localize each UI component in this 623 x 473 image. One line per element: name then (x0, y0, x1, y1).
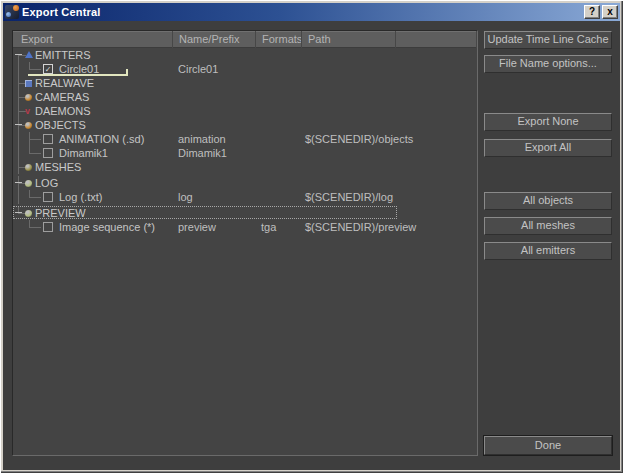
done-button[interactable]: Done (484, 436, 612, 455)
tree-row-objects[interactable]: OBJECTS (13, 118, 477, 132)
tree-section-label: OBJECTS (35, 119, 86, 131)
column-header-path[interactable]: Path (302, 31, 396, 48)
path-cell: $(SCENEDIR)/objects (305, 133, 413, 145)
tree-item-label: Dimamik1 (59, 147, 108, 159)
all-meshes-button[interactable]: All meshes (484, 217, 612, 235)
export-checkbox[interactable] (43, 148, 53, 158)
tree-line (18, 62, 19, 76)
tree-section-label: DAEMONS (35, 105, 91, 117)
app-icon (5, 5, 19, 19)
tree-line (30, 139, 41, 140)
emitters-icon (25, 51, 33, 58)
name-prefix-cell: animation (178, 133, 226, 145)
log-icon (25, 180, 32, 187)
tree-section-label: LOG (35, 177, 58, 189)
tree-item-label: Image sequence (*) (59, 221, 155, 233)
path-cell: $(SCENEDIR)/log (305, 191, 393, 203)
tree-line (30, 197, 41, 198)
file-name-options-button[interactable]: File Name options... (484, 55, 612, 73)
tree-row-preview[interactable]: PREVIEW (13, 206, 477, 220)
close-button[interactable]: x (602, 5, 618, 19)
tree-row-daemons[interactable]: vDAEMONS (13, 104, 477, 118)
name-prefix-cell: Dimamik1 (178, 147, 227, 159)
tree-row-realwave[interactable]: REALWAVE (13, 76, 477, 90)
cameras-icon (25, 94, 32, 101)
tree-line (18, 190, 19, 204)
tree-line (18, 55, 19, 62)
collapse-toggle-icon[interactable] (15, 182, 22, 183)
tree-column-header: ExportName/PrefixFormatsPath (13, 31, 477, 48)
all-emitters-button[interactable]: All emitters (484, 242, 612, 260)
tree-row-circle01[interactable]: ✓Circle01Circle01 (13, 62, 477, 76)
export-checkbox[interactable] (43, 222, 53, 232)
all-objects-button[interactable]: All objects (484, 192, 612, 210)
name-prefix-cell: Circle01 (178, 63, 218, 75)
export-tree-panel: ExportName/PrefixFormatsPath EMITTERS✓Ci… (12, 30, 478, 456)
tree-section-label: MESHES (35, 161, 81, 173)
column-header-export[interactable]: Export (13, 31, 173, 48)
tree-line (30, 69, 41, 70)
collapse-toggle-icon[interactable] (15, 124, 22, 125)
tree-line (18, 132, 19, 146)
export-checkbox[interactable] (43, 192, 53, 202)
tree-row-cameras[interactable]: CAMERAS (13, 90, 477, 104)
daemons-icon: v (25, 107, 30, 114)
tree-row-emitters[interactable]: EMITTERS (13, 48, 477, 62)
name-prefix-cell: log (178, 191, 193, 203)
tree-row-dimamik1[interactable]: Dimamik1Dimamik1 (13, 146, 477, 160)
tree-rows: EMITTERS✓Circle01Circle01REALWAVECAMERAS… (13, 48, 477, 234)
export-all-button[interactable]: Export All (484, 139, 612, 157)
tree-line (30, 227, 41, 228)
title-bar: Export Central ? x (3, 3, 620, 21)
export-checkbox[interactable] (43, 134, 53, 144)
tree-item-label: ANIMATION (.sd) (59, 133, 144, 145)
window-title: Export Central (22, 6, 101, 18)
update-timeline-cache-button[interactable]: Update Time Line Cache (484, 31, 612, 49)
collapse-toggle-icon[interactable] (15, 54, 22, 55)
formats-cell: tga (261, 221, 276, 233)
tree-row-meshes[interactable]: MESHES (13, 160, 477, 174)
tree-row-log[interactable]: LOG (13, 176, 477, 190)
path-cell: $(SCENEDIR)/preview (305, 221, 416, 233)
tree-line (30, 153, 41, 154)
name-prefix-cell: preview (178, 221, 216, 233)
column-header-formats[interactable]: Formats (256, 31, 302, 48)
tree-row-image-sequence[interactable]: Image sequence (*)previewtga$(SCENEDIR)/… (13, 220, 477, 234)
tree-section-label: CAMERAS (35, 91, 89, 103)
help-button[interactable]: ? (584, 5, 600, 19)
tree-item-label: Log (.txt) (59, 191, 102, 203)
export-checkbox[interactable]: ✓ (43, 64, 53, 74)
export-none-button[interactable]: Export None (484, 113, 612, 131)
tree-row-animation-sd[interactable]: ANIMATION (.sd)animation$(SCENEDIR)/obje… (13, 132, 477, 146)
tree-section-label: EMITTERS (35, 49, 91, 61)
tree-row-log-txt[interactable]: Log (.txt)log$(SCENEDIR)/log (13, 190, 477, 204)
focus-rectangle (13, 206, 397, 219)
column-header-name-prefix[interactable]: Name/Prefix (173, 31, 256, 48)
titlebar-buttons: ? x (584, 5, 620, 19)
tree-line (18, 146, 19, 160)
realwave-icon (25, 80, 32, 87)
objects-icon (25, 122, 32, 129)
meshes-icon (25, 164, 32, 171)
tree-section-label: REALWAVE (35, 77, 94, 89)
column-header-blank[interactable] (396, 31, 477, 48)
